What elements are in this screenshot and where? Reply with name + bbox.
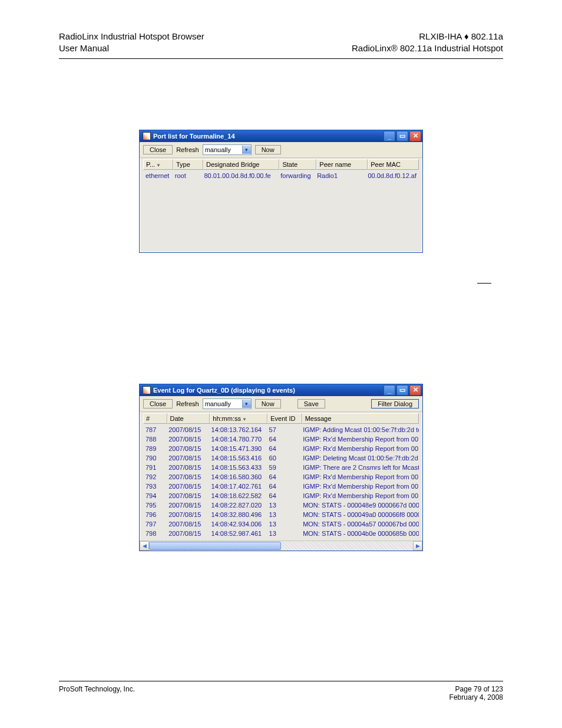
cell-date: 2007/08/15 bbox=[166, 510, 209, 519]
app-icon bbox=[143, 132, 151, 140]
col-state[interactable]: State bbox=[279, 159, 316, 170]
cell-event-id: 64 bbox=[267, 434, 301, 444]
table-row[interactable]: 7982007/08/1514:08:52.987.46113MON: STAT… bbox=[140, 529, 422, 538]
doc-header: RadioLinx Industrial Hotspot Browser Use… bbox=[59, 31, 503, 55]
port-list-titlebar[interactable]: Port list for Tourmaline_14 _ ▭ ✕ bbox=[140, 130, 422, 142]
cell-event-id: 64 bbox=[267, 491, 301, 500]
cell-num: 790 bbox=[143, 453, 166, 463]
refresh-label: Refresh bbox=[176, 146, 199, 153]
footer-left: ProSoft Technology, Inc. bbox=[59, 685, 135, 701]
cell-time: 14:08:15.563.433 bbox=[209, 463, 267, 472]
col-time[interactable]: hh:mm:ss▼ bbox=[210, 413, 267, 424]
header-left-1: RadioLinx Industrial Hotspot Browser bbox=[59, 31, 204, 42]
cell-message: IGMP: Adding Mcast 01:00:5e:7f:db:2d to … bbox=[300, 425, 419, 434]
col-peer-mac[interactable]: Peer MAC bbox=[368, 159, 419, 170]
refresh-mode-select[interactable]: ▾ bbox=[203, 144, 252, 155]
cell-num: 793 bbox=[143, 482, 166, 491]
table-row[interactable]: 7922007/08/1514:08:16.580.36064IGMP: Rx'… bbox=[140, 472, 422, 482]
table-row[interactable]: 7942007/08/1514:08:18.622.58264IGMP: Rx'… bbox=[140, 491, 422, 500]
cell-event-id: 13 bbox=[267, 519, 301, 529]
event-log-toolbar: Close Refresh ▾ Now Save Filter Dialog bbox=[140, 396, 422, 412]
event-log-columns: # Date hh:mm:ss▼ Event ID Message bbox=[140, 412, 422, 424]
cell-port: ethernet bbox=[143, 171, 173, 180]
table-row[interactable]: ethernet root 80.01.00.0d.8d.f0.00.fe fo… bbox=[140, 171, 422, 180]
refresh-mode-value[interactable] bbox=[203, 400, 242, 408]
cell-message: IGMP: Rx'd Membership Report from 00:50:… bbox=[300, 472, 419, 482]
save-button[interactable]: Save bbox=[297, 399, 325, 409]
cell-message: MON: STATS - 000049a0 000066f8 0000b4a6 … bbox=[300, 510, 419, 519]
cell-event-id: 64 bbox=[267, 444, 301, 453]
refresh-mode-value[interactable] bbox=[203, 146, 242, 154]
cell-message: IGMP: Rx'd Membership Report from 00:50:… bbox=[300, 491, 419, 500]
maximize-button[interactable]: ▭ bbox=[396, 131, 408, 141]
col-num[interactable]: # bbox=[143, 413, 167, 424]
header-right-2: RadioLinx® 802.11a Industrial Hotspot bbox=[352, 42, 503, 54]
close-window-button[interactable]: ✕ bbox=[409, 131, 421, 141]
port-list-columns: P...▼ Type Designated Bridge State Peer … bbox=[140, 158, 422, 170]
table-row[interactable]: 7912007/08/1514:08:15.563.43359IGMP: The… bbox=[140, 463, 422, 472]
cell-message: IGMP: Rx'd Membership Report from 00:b0:… bbox=[300, 482, 419, 491]
cell-date: 2007/08/15 bbox=[166, 491, 209, 500]
scroll-thumb[interactable] bbox=[149, 542, 281, 550]
refresh-now-button[interactable]: Now bbox=[255, 399, 281, 409]
cell-state: forwarding bbox=[278, 171, 315, 180]
minimize-button[interactable]: _ bbox=[384, 385, 395, 396]
cell-message: IGMP: There are 2 Cnsmrs left for Mcast … bbox=[300, 463, 419, 472]
table-row[interactable]: 7872007/08/1514:08:13.762.16457IGMP: Add… bbox=[140, 425, 422, 434]
event-log-window: Event Log for Quartz_0D (displaying 0 ev… bbox=[139, 384, 423, 551]
port-list-body: ethernet root 80.01.00.0d.8d.f0.00.fe fo… bbox=[140, 170, 422, 252]
col-port[interactable]: P...▼ bbox=[143, 159, 173, 170]
cell-message: IGMP: Rx'd Membership Report from 00:0b:… bbox=[300, 434, 419, 444]
cell-event-id: 59 bbox=[267, 463, 301, 472]
cell-num: 795 bbox=[143, 500, 166, 510]
refresh-now-button[interactable]: Now bbox=[255, 145, 281, 154]
filter-dialog-button[interactable]: Filter Dialog bbox=[371, 399, 419, 409]
event-log-body: 7872007/08/1514:08:13.762.16457IGMP: Add… bbox=[140, 424, 422, 541]
cell-peer-mac: 00.0d.8d.f0.12.af bbox=[365, 171, 419, 180]
chevron-down-icon[interactable]: ▾ bbox=[242, 400, 251, 408]
cell-time: 14:08:13.762.164 bbox=[209, 425, 267, 434]
cell-time: 14:08:14.780.770 bbox=[209, 434, 267, 444]
scroll-track[interactable] bbox=[149, 541, 413, 551]
minimize-button[interactable]: _ bbox=[384, 131, 395, 141]
col-message[interactable]: Message bbox=[302, 413, 419, 424]
cell-num: 798 bbox=[143, 529, 166, 538]
cell-date: 2007/08/15 bbox=[166, 482, 209, 491]
cell-date: 2007/08/15 bbox=[166, 463, 209, 472]
header-right-1: RLXIB-IHA ♦ 802.11a bbox=[352, 31, 503, 42]
footer-date: February 4, 2008 bbox=[449, 693, 503, 701]
close-button[interactable]: Close bbox=[143, 145, 173, 154]
cell-message: MON: STATS - 00004b0e 0000685b 0000ba1b … bbox=[300, 529, 419, 538]
col-type[interactable]: Type bbox=[173, 159, 203, 170]
table-row[interactable]: 7962007/08/1514:08:32.880.49613MON: STAT… bbox=[140, 510, 422, 519]
cell-date: 2007/08/15 bbox=[166, 519, 209, 529]
cell-event-id: 64 bbox=[267, 472, 301, 482]
col-peer-name[interactable]: Peer name bbox=[316, 159, 368, 170]
cell-date: 2007/08/15 bbox=[166, 425, 209, 434]
cell-peer-name: Radio1 bbox=[315, 171, 365, 180]
table-row[interactable]: 7952007/08/1514:08:22.827.02013MON: STAT… bbox=[140, 500, 422, 510]
close-window-button[interactable]: ✕ bbox=[409, 385, 421, 396]
chevron-down-icon[interactable]: ▾ bbox=[242, 146, 251, 154]
cell-time: 14:08:15.471.390 bbox=[209, 444, 267, 453]
cell-num: 789 bbox=[143, 444, 166, 453]
col-date[interactable]: Date bbox=[167, 413, 210, 424]
event-log-title: Event Log for Quartz_0D (displaying 0 ev… bbox=[153, 387, 295, 394]
col-designated-bridge[interactable]: Designated Bridge bbox=[203, 159, 280, 170]
event-log-titlebar[interactable]: Event Log for Quartz_0D (displaying 0 ev… bbox=[140, 384, 422, 396]
maximize-button[interactable]: ▭ bbox=[396, 385, 408, 396]
horizontal-scrollbar[interactable]: ◀ ▶ bbox=[140, 541, 422, 551]
table-row[interactable]: 7932007/08/1514:08:17.402.76164IGMP: Rx'… bbox=[140, 482, 422, 491]
refresh-mode-select[interactable]: ▾ bbox=[203, 398, 252, 409]
scroll-left-button[interactable]: ◀ bbox=[140, 541, 149, 551]
cell-time: 14:08:16.580.360 bbox=[209, 472, 267, 482]
scroll-right-button[interactable]: ▶ bbox=[413, 541, 422, 551]
table-row[interactable]: 7892007/08/1514:08:15.471.39064IGMP: Rx'… bbox=[140, 444, 422, 453]
table-row[interactable]: 7882007/08/1514:08:14.780.77064IGMP: Rx'… bbox=[140, 434, 422, 444]
col-event-id[interactable]: Event ID bbox=[267, 413, 302, 424]
close-button[interactable]: Close bbox=[143, 399, 173, 409]
cell-message: IGMP: Rx'd Membership Report from 00:14:… bbox=[300, 444, 419, 453]
table-row[interactable]: 7972007/08/1514:08:42.934.00613MON: STAT… bbox=[140, 519, 422, 529]
table-row[interactable]: 7902007/08/1514:08:15.563.41660IGMP: Del… bbox=[140, 453, 422, 463]
header-left-2: User Manual bbox=[59, 42, 204, 54]
